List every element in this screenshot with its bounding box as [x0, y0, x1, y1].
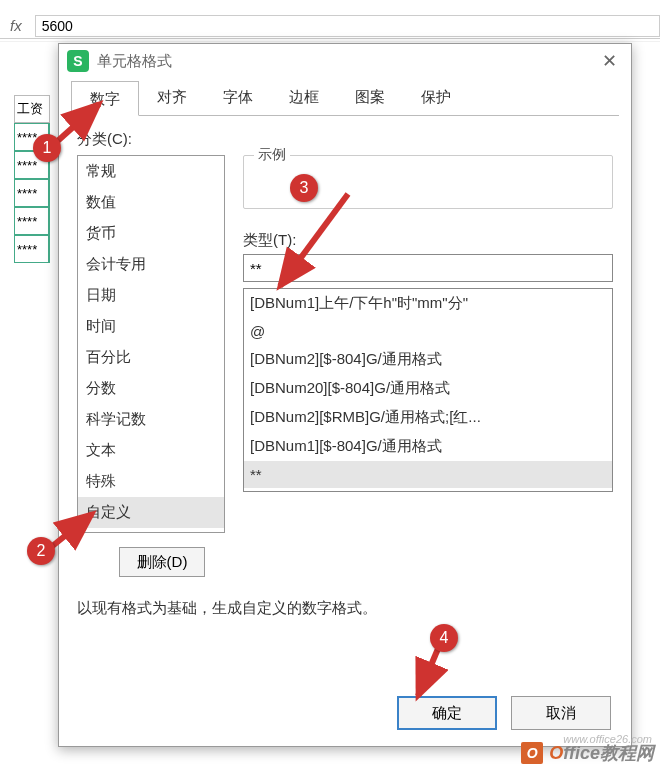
- category-item[interactable]: 百分比: [78, 342, 224, 373]
- category-item[interactable]: 时间: [78, 311, 224, 342]
- format-item[interactable]: [DBNum2][$-804]G/通用格式: [244, 345, 612, 374]
- annotation-badge-2: 2: [27, 537, 55, 565]
- tabs: 数字 对齐 字体 边框 图案 保护: [71, 80, 619, 116]
- category-list[interactable]: 常规 数值 货币 会计专用 日期 时间 百分比 分数 科学记数 文本 特殊 自定…: [77, 155, 225, 533]
- category-item[interactable]: 常规: [78, 156, 224, 187]
- tab-font[interactable]: 字体: [205, 80, 271, 115]
- dialog-title: 单元格格式: [97, 52, 596, 71]
- app-icon: S: [67, 50, 89, 72]
- tab-number[interactable]: 数字: [71, 81, 139, 116]
- category-item[interactable]: 文本: [78, 435, 224, 466]
- type-label: 类型(T):: [243, 231, 613, 250]
- col-header-cell[interactable]: 工资: [14, 95, 50, 123]
- hint-text: 以现有格式为基础，生成自定义的数字格式。: [77, 577, 613, 618]
- dialog-titlebar: S 单元格格式 ✕: [59, 44, 631, 78]
- category-item-custom[interactable]: 自定义: [78, 497, 224, 528]
- cell[interactable]: ****: [14, 235, 50, 263]
- format-item[interactable]: [DBNum1][$-804]G/通用格式: [244, 432, 612, 461]
- fx-label: fx: [0, 17, 32, 34]
- formula-bar: fx: [0, 13, 660, 39]
- category-item[interactable]: 货币: [78, 218, 224, 249]
- tab-pattern[interactable]: 图案: [337, 80, 403, 115]
- sheet-column: 工资 **** **** **** **** ****: [14, 95, 50, 263]
- cell[interactable]: ****: [14, 179, 50, 207]
- category-item[interactable]: 会计专用: [78, 249, 224, 280]
- type-input[interactable]: [243, 254, 613, 282]
- tab-protect[interactable]: 保护: [403, 80, 469, 115]
- cell[interactable]: ****: [14, 207, 50, 235]
- category-label: 分类(C):: [77, 130, 613, 149]
- tab-border[interactable]: 边框: [271, 80, 337, 115]
- tab-align[interactable]: 对齐: [139, 80, 205, 115]
- format-item[interactable]: [DBNum1]上午/下午h"时"mm"分": [244, 289, 612, 318]
- format-item[interactable]: [DBNum20][$-804]G/通用格式: [244, 374, 612, 403]
- delete-button[interactable]: 删除(D): [119, 547, 205, 577]
- cell-format-dialog: S 单元格格式 ✕ 数字 对齐 字体 边框 图案 保护 分类(C): 常规 数值…: [58, 43, 632, 747]
- cancel-button[interactable]: 取消: [511, 696, 611, 730]
- format-item[interactable]: @: [244, 318, 612, 345]
- annotation-badge-4: 4: [430, 624, 458, 652]
- close-icon[interactable]: ✕: [596, 46, 623, 76]
- formula-input[interactable]: [35, 15, 660, 37]
- category-item[interactable]: 科学记数: [78, 404, 224, 435]
- format-list[interactable]: [DBNum1]上午/下午h"时"mm"分" @ [DBNum2][$-804]…: [243, 288, 613, 492]
- annotation-badge-3: 3: [290, 174, 318, 202]
- watermark: O Office教程网: [521, 741, 654, 765]
- ok-button[interactable]: 确定: [397, 696, 497, 730]
- annotation-badge-1: 1: [33, 134, 61, 162]
- watermark-icon: O: [521, 742, 543, 764]
- format-item[interactable]: **: [244, 461, 612, 488]
- category-item[interactable]: 数值: [78, 187, 224, 218]
- format-item[interactable]: [DBNum2][$RMB]G/通用格式;[红...: [244, 403, 612, 432]
- category-item[interactable]: 特殊: [78, 466, 224, 497]
- category-item[interactable]: 分数: [78, 373, 224, 404]
- category-item[interactable]: 日期: [78, 280, 224, 311]
- example-label: 示例: [254, 146, 290, 164]
